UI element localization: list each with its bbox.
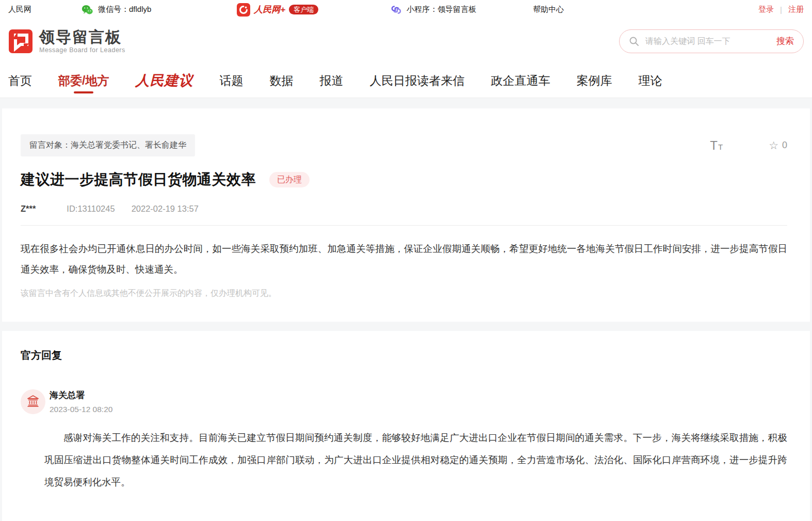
nav-item-topics[interactable]: 话题	[219, 63, 243, 98]
official-reply-card: 官方回复 海关总署 2023-05-12 08:20 感谢对海关工作的关注和	[2, 331, 810, 521]
reply-body: 感谢对海关工作的关注和支持。目前海关已建立节假日期间预约通关制度，能够较好地满足…	[44, 427, 787, 493]
nav-item-reader-letters[interactable]: 人民日报读者来信	[369, 63, 464, 98]
app-promo[interactable]: 人民网+ 客户端	[237, 3, 318, 17]
people-app-wordmark: 人民网+	[254, 4, 285, 15]
nav-item-home[interactable]: 首页	[8, 63, 32, 98]
register-link[interactable]: 注册	[788, 5, 804, 14]
status-badge: 已办理	[269, 172, 310, 187]
miniprogram-info[interactable]: 小程序：领导留言板	[391, 4, 476, 15]
nav-item-case-library[interactable]: 案例库	[576, 63, 612, 98]
help-center-link[interactable]: 帮助中心	[533, 5, 564, 14]
search-icon	[629, 36, 639, 46]
message-target-tag: 留言对象：海关总署党委书记、署长俞建华	[21, 134, 195, 156]
star-icon: ☆	[769, 139, 778, 152]
wechat-id-label: 微信号：dfldlyb	[98, 5, 151, 14]
message-meta: Z*** ID:13110245 2022-02-19 13:57	[21, 204, 787, 214]
message-datetime: 2022-02-19 13:57	[132, 204, 199, 214]
people-app-icon	[237, 3, 250, 17]
message-title: 建议进一步提高节假日货物通关效率	[21, 170, 256, 190]
agency-name: 海关总署	[50, 389, 112, 401]
search-input[interactable]	[645, 37, 776, 46]
miniprogram-label: 小程序：领导留言板	[407, 5, 476, 14]
primary-nav: 首页 部委/地方 人民建议 话题 数据 报道 人民日报读者来信 政企直通车 案例…	[0, 63, 812, 98]
message-author: Z***	[21, 204, 36, 214]
nav-item-peoples-suggestions[interactable]: 人民建议	[135, 63, 193, 98]
nav-item-ministries-localities[interactable]: 部委/地方	[58, 63, 109, 98]
site-logo[interactable]: 领导留言板 Message Board for Leaders	[8, 29, 125, 54]
agency-avatar	[21, 389, 45, 414]
reply-datetime: 2023-05-12 08:20	[50, 405, 112, 414]
nav-item-gov-enterprise[interactable]: 政企直通车	[491, 63, 550, 98]
font-size-icon[interactable]: TT	[710, 138, 723, 153]
message-body: 现在很多社会办均已开通休息日的办公时间，如一些海关采取预约加班、加急通关等措施，…	[21, 239, 787, 280]
login-link[interactable]: 登录	[758, 5, 774, 14]
privacy-note: 该留言中含有个人信息或其他不便公开展示的内容，仅办理机构可见。	[21, 288, 787, 299]
favorite-button[interactable]: ☆ 0	[769, 139, 787, 152]
message-board-logo-icon	[8, 29, 33, 54]
search-button[interactable]: 搜索	[776, 35, 794, 47]
wechat-icon	[81, 4, 93, 16]
wechat-info: 微信号：dfldlyb	[81, 4, 151, 16]
app-client-badge: 客户端	[289, 5, 318, 14]
logo-subtitle: Message Board for Leaders	[39, 46, 125, 54]
site-header: 领导留言板 Message Board for Leaders 搜索	[0, 19, 812, 63]
peoples-daily-link[interactable]: 人民网	[8, 5, 31, 14]
nav-item-reports[interactable]: 报道	[319, 63, 343, 98]
top-utility-bar: 人民网 微信号：dfldlyb 人民网+ 客户端	[0, 0, 812, 19]
message-id: ID:13110245	[67, 204, 115, 214]
favorite-count: 0	[782, 140, 787, 151]
logo-title: 领导留言板	[39, 29, 125, 45]
nav-item-theory[interactable]: 理论	[638, 63, 662, 98]
miniprogram-icon	[391, 4, 402, 15]
message-card: 留言对象：海关总署党委书记、署长俞建华 TT ☆ 0 建议进一步提高节假日货物通…	[2, 108, 810, 322]
auth-links: 登录 | 注册	[758, 5, 804, 14]
search-bar: 搜索	[619, 29, 804, 53]
nav-item-data[interactable]: 数据	[269, 63, 293, 98]
meta-divider	[21, 225, 787, 226]
government-building-icon	[26, 394, 40, 409]
reply-section-title: 官方回复	[21, 349, 787, 362]
auth-divider: |	[780, 5, 782, 14]
